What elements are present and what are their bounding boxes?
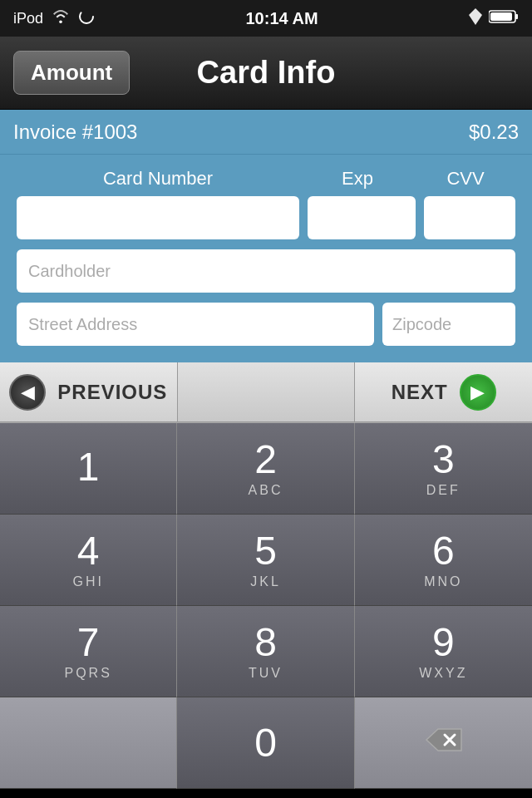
key-1-main: 1 [77,447,100,487]
form-labels-row: Card Number Exp CVV [17,168,515,190]
next-label: NEXT [392,381,448,404]
card-form: Card Number Exp CVV [0,155,532,362]
status-left: iPod [13,8,95,29]
previous-label: PREVIOUS [57,381,167,404]
key-2-main: 2 [254,440,277,480]
card-number-label: Card Number [17,168,299,190]
key-0-main: 0 [254,723,277,763]
key-4-main: 4 [77,531,100,571]
next-icon: ▶ [460,374,496,411]
svg-rect-2 [515,14,518,19]
keypad: 1 2 ABC 3 DEF 4 GHI 5 JKL 6 MNO 7 PQRS [0,422,532,789]
invoice-amount: $0.23 [469,121,519,144]
key-6-sub: MNO [424,574,462,589]
key-7[interactable]: 7 PQRS [0,606,177,697]
keyboard-nav-spacer [178,362,356,421]
card-number-input[interactable] [17,196,299,239]
wifi-icon [52,10,70,27]
cardholder-input[interactable] [17,249,515,293]
status-right [469,8,519,29]
keyboard-nav: ◀ PREVIOUS NEXT ▶ [0,362,532,422]
key-9-sub: WXYZ [419,666,467,681]
form-inputs-row [17,196,515,239]
key-6[interactable]: 6 MNO [355,515,532,606]
svg-rect-3 [490,12,512,21]
key-5-main: 5 [254,531,277,571]
invoice-label: Invoice #1003 [13,121,137,144]
key-1[interactable]: 1 [0,423,177,515]
key-3[interactable]: 3 DEF [355,423,532,515]
keyboard: ◀ PREVIOUS NEXT ▶ 1 2 ABC 3 DEF 4 GHI 5 [0,362,532,789]
exp-label: Exp [299,168,416,190]
status-bar: iPod 10:14 AM [0,0,532,37]
form-address-row [17,303,515,346]
nav-bar: Amount Card Info [0,37,532,110]
street-input[interactable] [17,303,374,346]
key-7-sub: PQRS [64,666,111,681]
key-7-main: 7 [77,623,100,663]
key-9-main: 9 [432,623,455,663]
key-0[interactable]: 0 [177,697,354,789]
loading-icon [78,8,95,29]
status-time: 10:14 AM [245,9,318,28]
key-9[interactable]: 9 WXYZ [355,606,532,697]
key-2[interactable]: 2 ABC [177,423,354,515]
cvv-label: CVV [416,168,515,190]
key-5-sub: JKL [250,574,281,589]
key-4-sub: GHI [72,574,103,589]
next-button[interactable]: NEXT ▶ [355,362,532,421]
key-6-main: 6 [432,531,455,571]
key-4[interactable]: 4 GHI [0,515,177,606]
svg-point-0 [80,10,93,23]
exp-input[interactable] [308,196,416,239]
nav-title: Card Info [197,55,336,91]
key-3-main: 3 [432,440,455,480]
key-delete[interactable] [355,697,532,789]
key-8[interactable]: 8 TUV [177,606,354,697]
device-label: iPod [13,10,43,27]
key-5[interactable]: 5 JKL [177,515,354,606]
key-8-main: 8 [254,623,277,663]
key-3-sub: DEF [426,483,461,498]
key-blank [0,697,177,789]
previous-icon: ◀ [9,374,46,411]
previous-button[interactable]: ◀ PREVIOUS [0,362,178,421]
amount-button[interactable]: Amount [13,51,130,95]
zip-input[interactable] [382,303,515,346]
invoice-bar: Invoice #1003 $0.23 [0,110,532,155]
key-2-sub: ABC [249,483,283,498]
cvv-input[interactable] [424,196,515,239]
battery-icon [489,9,519,28]
delete-icon [423,726,463,761]
location-icon [469,8,482,29]
key-8-sub: TUV [249,666,283,681]
